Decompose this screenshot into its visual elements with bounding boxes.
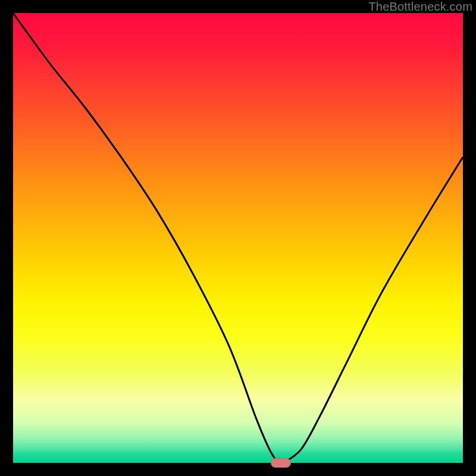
chart-curve-svg (13, 13, 463, 463)
attribution-text: TheBottleneck.com (368, 0, 472, 14)
chart-frame (13, 13, 463, 463)
curve-path (13, 13, 463, 463)
optimum-marker (271, 458, 291, 468)
